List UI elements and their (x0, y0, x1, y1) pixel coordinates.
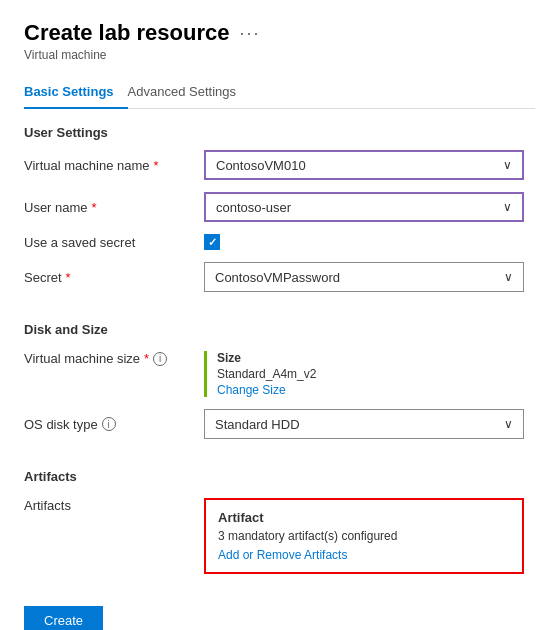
user-name-dropdown[interactable]: contoso-user ∨ (204, 192, 524, 222)
tab-basic-settings[interactable]: Basic Settings (24, 76, 128, 109)
artifacts-label: Artifacts (24, 498, 204, 513)
saved-secret-checkbox[interactable] (204, 234, 220, 250)
artifacts-box-title: Artifact (218, 510, 510, 525)
vm-size-value: Standard_A4m_v2 (217, 367, 524, 381)
disk-size-header: Disk and Size (24, 322, 535, 337)
user-name-control: contoso-user ∨ (204, 192, 535, 222)
tab-advanced-settings[interactable]: Advanced Settings (128, 76, 250, 109)
disk-size-section: Disk and Size Virtual machine size * i S… (24, 322, 535, 439)
secret-dropdown[interactable]: ContosoVMPassword ∨ (204, 262, 524, 292)
page-title: Create lab resource (24, 20, 229, 46)
os-disk-label: OS disk type i (24, 417, 204, 432)
change-size-link[interactable]: Change Size (217, 383, 524, 397)
user-name-chevron-icon: ∨ (503, 200, 512, 214)
os-disk-dropdown[interactable]: Standard HDD ∨ (204, 409, 524, 439)
secret-chevron-icon: ∨ (504, 270, 513, 284)
saved-secret-control (204, 234, 535, 250)
saved-secret-row: Use a saved secret (24, 234, 535, 250)
os-disk-info-icon[interactable]: i (102, 417, 116, 431)
vm-size-info-icon[interactable]: i (153, 352, 167, 366)
ellipsis-menu[interactable]: ··· (239, 23, 260, 44)
page-subtitle: Virtual machine (24, 48, 535, 62)
artifacts-box: Artifact 3 mandatory artifact(s) configu… (204, 498, 524, 574)
user-settings-section: User Settings Virtual machine name * Con… (24, 125, 535, 292)
saved-secret-checkbox-container (204, 234, 535, 250)
artifacts-count: 3 mandatory artifact(s) configured (218, 529, 510, 543)
user-name-row: User name * contoso-user ∨ (24, 192, 535, 222)
vm-size-row: Virtual machine size * i Size Standard_A… (24, 347, 535, 397)
artifacts-control: Artifact 3 mandatory artifact(s) configu… (204, 498, 535, 574)
secret-row: Secret * ContosoVMPassword ∨ (24, 262, 535, 292)
os-disk-row: OS disk type i Standard HDD ∨ (24, 409, 535, 439)
page-header: Create lab resource ··· Virtual machine (24, 20, 535, 62)
secret-label: Secret * (24, 270, 204, 285)
create-button[interactable]: Create (24, 606, 103, 630)
vm-size-required: * (144, 351, 149, 366)
user-name-label: User name * (24, 200, 204, 215)
secret-value: ContosoVMPassword (215, 270, 340, 285)
vm-size-display: Size Standard_A4m_v2 Change Size (204, 351, 524, 397)
user-settings-header: User Settings (24, 125, 535, 140)
vm-name-row: Virtual machine name * ContosoVM010 ∨ (24, 150, 535, 180)
secret-control: ContosoVMPassword ∨ (204, 262, 535, 292)
vm-name-required: * (154, 158, 159, 173)
vm-name-chevron-icon: ∨ (503, 158, 512, 172)
user-name-value: contoso-user (216, 200, 291, 215)
user-name-required: * (92, 200, 97, 215)
vm-name-value: ContosoVM010 (216, 158, 306, 173)
os-disk-control: Standard HDD ∨ (204, 409, 535, 439)
artifacts-row: Artifacts Artifact 3 mandatory artifact(… (24, 494, 535, 574)
add-remove-artifacts-link[interactable]: Add or Remove Artifacts (218, 548, 347, 562)
artifacts-section: Artifacts Artifacts Artifact 3 mandatory… (24, 469, 535, 574)
vm-size-title: Size (217, 351, 524, 365)
tab-bar: Basic Settings Advanced Settings (24, 76, 535, 109)
vm-name-control: ContosoVM010 ∨ (204, 150, 535, 180)
secret-required: * (66, 270, 71, 285)
saved-secret-label: Use a saved secret (24, 235, 204, 250)
vm-size-control: Size Standard_A4m_v2 Change Size (204, 351, 535, 397)
os-disk-value: Standard HDD (215, 417, 300, 432)
vm-name-label: Virtual machine name * (24, 158, 204, 173)
artifacts-section-header: Artifacts (24, 469, 535, 484)
vm-name-dropdown[interactable]: ContosoVM010 ∨ (204, 150, 524, 180)
vm-size-label: Virtual machine size * i (24, 351, 204, 366)
os-disk-chevron-icon: ∨ (504, 417, 513, 431)
